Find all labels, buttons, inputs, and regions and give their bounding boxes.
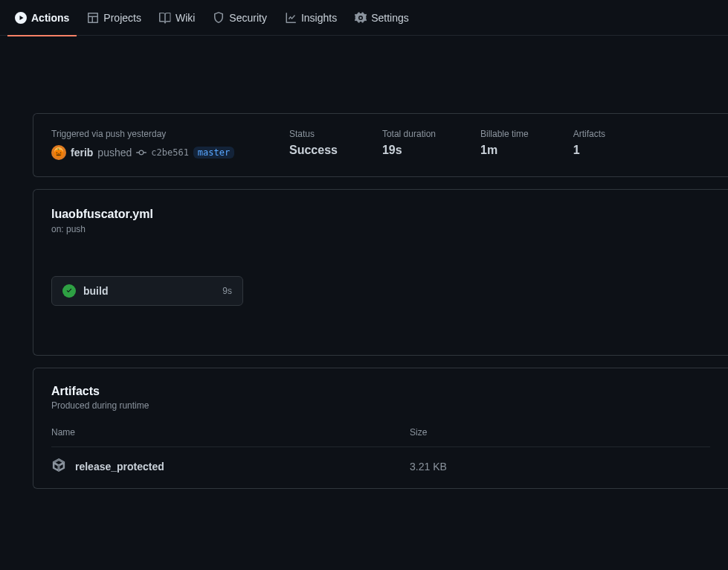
tab-label: Actions — [31, 12, 69, 24]
col-header-name: Name — [51, 427, 410, 438]
commit-icon — [136, 147, 146, 158]
play-icon — [15, 12, 27, 24]
tab-wiki[interactable]: Wiki — [152, 0, 202, 36]
tab-label: Security — [229, 12, 267, 24]
artifacts-box: Artifacts Produced during runtime Name S… — [33, 368, 728, 489]
duration-label: Total duration — [382, 129, 436, 139]
tab-label: Insights — [301, 12, 337, 24]
artifact-row: release_protected 3.21 KB — [51, 446, 710, 488]
package-icon — [51, 458, 66, 475]
artifacts-table-header: Name Size — [51, 427, 710, 446]
run-summary-box: Triggered via push yesterday 🎃 ferib pus… — [33, 113, 728, 177]
artifacts-title: Artifacts — [51, 385, 710, 398]
repo-tab-nav: Actions Projects Wiki Security Insights … — [0, 0, 728, 36]
gear-icon — [355, 12, 367, 24]
workflow-graph-box: luaobfuscator.yml on: push build 9s — [33, 189, 728, 356]
job-duration: 9s — [222, 286, 232, 296]
artifacts-count-value[interactable]: 1 — [573, 144, 605, 157]
status-value: Success — [289, 144, 338, 157]
commit-sha-link[interactable]: c2be561 — [151, 147, 189, 158]
actor-link[interactable]: ferib — [71, 147, 93, 158]
tab-projects[interactable]: Projects — [80, 0, 149, 36]
pushed-text: pushed — [97, 147, 132, 158]
table-icon — [87, 12, 99, 24]
artifacts-subtitle: Produced during runtime — [51, 400, 710, 411]
trigger-text: Triggered via push yesterday — [51, 129, 245, 139]
shield-icon — [213, 12, 225, 24]
artifacts-count-label: Artifacts — [573, 129, 605, 139]
actor-avatar[interactable]: 🎃 — [51, 145, 66, 160]
artifact-name: release_protected — [75, 461, 164, 473]
workflow-filename[interactable]: luaobfuscator.yml — [51, 208, 710, 221]
status-label: Status — [289, 129, 338, 139]
tab-label: Settings — [371, 12, 409, 24]
duration-value[interactable]: 19s — [382, 144, 436, 157]
billable-value[interactable]: 1m — [480, 144, 529, 157]
branch-badge[interactable]: master — [193, 147, 234, 158]
workflow-trigger: on: push — [51, 224, 710, 234]
graph-icon — [285, 12, 297, 24]
check-circle-icon — [62, 284, 76, 298]
col-header-size: Size — [410, 427, 427, 438]
tab-actions[interactable]: Actions — [7, 0, 77, 36]
tab-label: Projects — [103, 12, 141, 24]
artifact-download-link[interactable]: release_protected — [51, 458, 410, 475]
tab-insights[interactable]: Insights — [277, 0, 344, 36]
job-name: build — [83, 285, 215, 297]
tab-security[interactable]: Security — [205, 0, 274, 36]
book-icon — [159, 12, 171, 24]
artifact-size: 3.21 KB — [410, 461, 447, 473]
billable-label: Billable time — [480, 129, 529, 139]
tab-label: Wiki — [175, 12, 195, 24]
job-card-build[interactable]: build 9s — [51, 276, 243, 306]
tab-settings[interactable]: Settings — [347, 0, 416, 36]
